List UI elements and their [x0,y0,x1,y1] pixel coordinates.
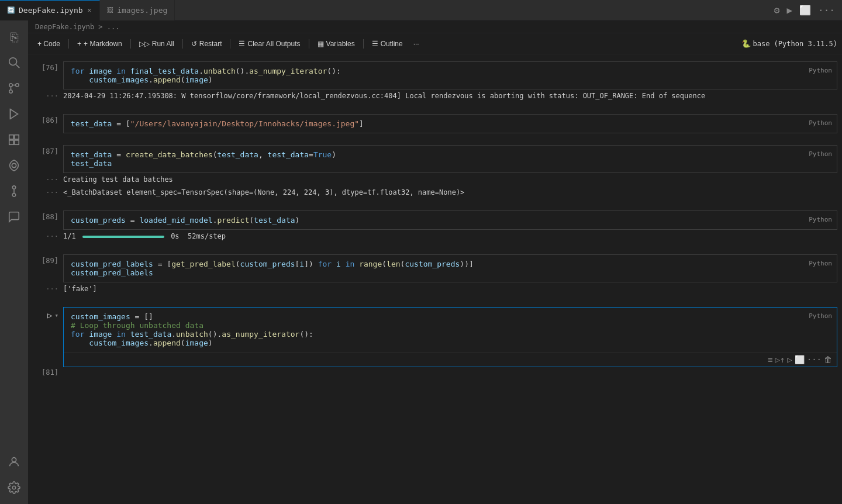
sidebar-bottom [2,450,26,504]
variables-icon: ▦ [318,40,324,48]
cell-delete-icon[interactable]: 🗑 [824,355,832,364]
cell-87-container: [87] test_data = create_data_batches(tes… [28,143,842,199]
cell-interrupt-icon[interactable]: ⬜ [795,355,805,364]
cell-88-number: [88] [42,213,58,221]
restart-label: Restart [199,40,222,48]
cell-76-number: [76] [42,64,58,72]
sidebar-item-chat[interactable] [2,205,26,229]
cell-more-icon[interactable]: ··· [807,355,822,364]
sidebar-item-search[interactable] [2,51,26,74]
tab-close-button[interactable]: ✕ [87,5,93,15]
run-all-icon: ▷▷ [139,40,150,48]
sidebar-item-run-debug[interactable] [2,102,26,126]
cell-76-input[interactable]: for image in final_test_data.unbatch().a… [64,62,837,89]
more-toolbar-button[interactable]: ··· [409,37,424,50]
output-dots-89: ··· [28,282,63,295]
cell-run-above-icon[interactable]: ▷↑ [775,355,785,364]
clear-label: Clear All Outputs [247,40,300,48]
sidebar-item-extensions[interactable] [2,128,26,151]
svg-rect-10 [15,135,19,139]
clear-outputs-button[interactable]: ☰ Clear All Outputs [234,37,305,50]
outline-label: Outline [381,40,403,48]
run-icon[interactable]: ▶ [786,5,792,16]
sidebar-item-settings[interactable] [2,476,26,499]
sidebar-item-jupyter[interactable] [2,154,26,177]
svg-rect-12 [15,140,19,144]
cell-86-input[interactable]: test_data = ["/Users/lavanyajain/Desktop… [64,115,837,133]
tab-images[interactable]: 🖼 images.jpeg [100,0,175,20]
separator2 [130,39,131,49]
svg-rect-9 [9,135,13,139]
restart-button[interactable]: ↺ Restart [187,37,227,50]
cell-81-lang: Python [809,312,832,320]
cell-86-number: [86] [42,116,58,125]
more-icon[interactable]: ··· [818,5,835,16]
spacer-3 [28,199,842,208]
cell-88-input[interactable]: custom_preds = loaded_mid_model.predict(… [64,211,837,229]
tab-deepfake[interactable]: 🔄 DeepFake.ipynb ✕ [0,0,100,20]
cell-87-gutter: [87] [28,143,63,156]
markdown-icon: + [77,40,81,48]
add-markdown-button[interactable]: + + Markdown [73,37,127,50]
cell-86-container: [86] test_data = ["/Users/lavanyajain/De… [28,112,842,133]
cell-89-lang: Python [809,260,832,267]
run-all-label: Run All [152,40,174,48]
cell-89-number: [89] [42,257,58,265]
svg-point-15 [12,194,16,197]
separator6 [363,39,364,49]
svg-point-17 [12,458,16,462]
svg-point-18 [12,486,16,489]
cell-format-icon[interactable]: ≡ [768,355,772,364]
cell-76-output-dots: ··· [28,89,63,102]
sidebar-item-account[interactable] [2,450,26,474]
markdown-label: + Markdown [84,40,122,48]
svg-rect-11 [9,140,13,144]
cells-area[interactable]: [76] for image in final_test_data.unbatc… [28,54,842,504]
cell-87-lang: Python [809,150,832,158]
output-text-89: ['fake'] [63,282,842,295]
cell-run-icon[interactable]: ▷ [787,355,792,364]
cell-88-lang: Python [809,216,832,223]
image-icon: 🖼 [107,6,113,14]
sidebar-item-explorer[interactable]: ⎘ [2,25,26,49]
cell-87-output-1: ··· Creating test data batches [28,173,842,186]
cell-87-number: [87] [42,147,58,156]
svg-point-3 [16,84,19,87]
separator [68,39,69,49]
breadcrumb-text: DeepFake.ipynb > ... [35,23,120,31]
panel-icon[interactable]: ⬜ [799,5,811,16]
notebook-toolbar: + Code + + Markdown ▷▷ Run All ↺ Restart… [28,33,842,54]
cell-89-container: [89] custom_pred_labels = [get_pred_labe… [28,252,842,295]
add-code-button[interactable]: + Code [33,37,65,50]
variables-button[interactable]: ▦ Variables [313,37,360,50]
cell-87-output-2: ··· <_BatchDataset element_spec=TensorSp… [28,186,842,199]
sidebar-item-git[interactable] [2,179,26,203]
cell-76-lang: Python [809,67,832,74]
output-dots-1: ··· [28,173,63,186]
cell-89-output: ··· ['fake'] [28,282,842,295]
cell-87-input[interactable]: test_data = create_data_batches(test_dat… [64,146,837,172]
clear-icon: ☰ [239,40,245,48]
output-dots-88: ··· [28,230,63,243]
output-text-88: 1/1 0s 52ms/step [63,230,842,243]
cell-76-container: [76] for image in final_test_data.unbatc… [28,59,842,102]
spacer-1 [28,102,842,112]
outline-button[interactable]: ☰ Outline [367,37,408,50]
kernel-label[interactable]: base (Python 3.11.5) [753,40,838,48]
restart-icon: ↺ [191,40,197,48]
cell-81-run-button[interactable]: ▷ [47,310,52,320]
breadcrumb: DeepFake.ipynb > ... [28,20,842,33]
cell-81-collapse[interactable]: ▾ [54,312,58,319]
output-text-1: Creating test data batches [63,173,842,186]
kernel-icon: 🐍 [741,39,751,48]
outline-icon: ☰ [372,40,378,48]
cell-81-toolbar: ≡ ▷↑ ▷ ⬜ ··· 🗑 [64,352,837,367]
sidebar-item-source-control[interactable] [2,77,26,100]
svg-line-1 [16,65,19,68]
cell-81-input[interactable]: custom_images = [] # Loop through unbatc… [64,308,837,352]
toolbar-right: 🐍 base (Python 3.11.5) [741,39,838,48]
settings-icon[interactable]: ⚙ [774,5,780,16]
run-all-button[interactable]: ▷▷ Run All [134,37,179,50]
spacer-4 [28,243,842,252]
cell-89-input[interactable]: custom_pred_labels = [get_pred_label(cus… [64,255,837,282]
